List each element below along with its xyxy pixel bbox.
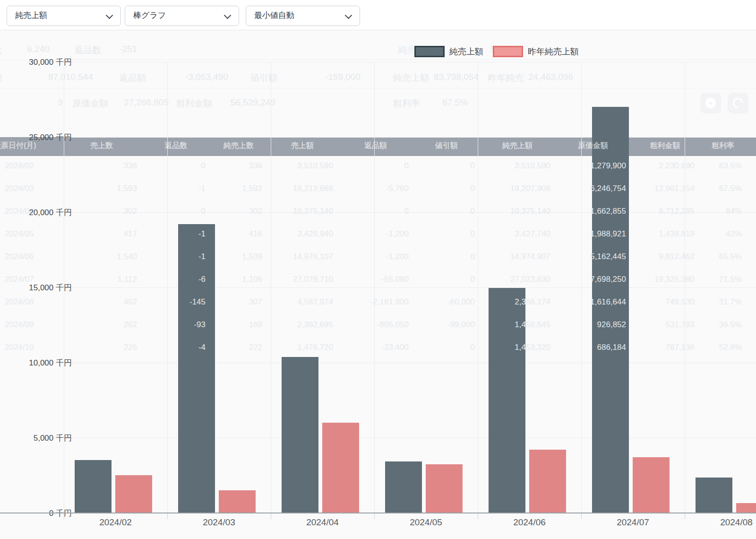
ghost-table-cell: 2024/10 xyxy=(5,343,34,352)
gridline-v xyxy=(581,62,582,513)
ghost-summary-text: 56,529,249 xyxy=(124,97,275,108)
bar-net-sales[interactable] xyxy=(178,224,215,513)
ghost-table-cell: 14,974,907 xyxy=(480,252,550,261)
ghost-table-cell: 14,976,107 xyxy=(267,252,333,261)
ghost-table-cell: 686,184 xyxy=(555,343,626,352)
chart-type-select[interactable]: 棒グラフ xyxy=(125,6,239,26)
ghost-summary-text: -3,053,490 xyxy=(77,72,228,82)
ghost-table-cell: 0 xyxy=(142,207,206,216)
x-axis-category-label: 2024/03 xyxy=(167,517,271,528)
ghost-table-cell: 2024/03 xyxy=(5,184,34,193)
bar-last-year-net-sales[interactable] xyxy=(219,490,256,513)
ghost-table-cell: 67.5% xyxy=(699,184,742,193)
ghost-table-cell: -55,080 xyxy=(338,275,409,284)
x-axis-category-label: 2024/05 xyxy=(374,517,478,528)
ghost-table-cell: 1,458,645 xyxy=(480,320,550,330)
x-axis-category-label: 2024/07 xyxy=(581,517,685,528)
bar-net-sales[interactable] xyxy=(282,357,318,513)
circle-down-icon xyxy=(705,98,716,108)
ghost-table-cell: 1,593 xyxy=(61,184,137,193)
ghost-table-cell: 19,213,668 xyxy=(267,184,333,193)
ghost-table-cell: 2024/02 xyxy=(5,161,34,171)
ghost-table-cell: 416 xyxy=(210,229,262,239)
gridline-v xyxy=(167,62,168,513)
ghost-table-cell: 169 xyxy=(210,320,262,330)
ghost-table-cell: 1,540 xyxy=(61,252,137,261)
ghost-table-cell: 1,616,644 xyxy=(555,297,626,307)
ghost-table-cell: 452 xyxy=(61,297,137,307)
ghost-summary-text: -251 xyxy=(0,44,137,54)
ghost-table-header-cell: 返品数 xyxy=(142,141,210,151)
ghost-table-cell: 19,325,380 xyxy=(631,275,695,284)
x-axis-category-label: 2024/02 xyxy=(64,517,167,528)
bar-last-year-net-sales[interactable] xyxy=(633,457,670,513)
ghost-table-cell: 31.7% xyxy=(699,297,742,307)
ghost-table-cell: 1,112 xyxy=(61,275,137,284)
ghost-table-cell: 27,078,710 xyxy=(267,275,333,284)
ghost-table-cell: -6 xyxy=(142,275,206,284)
ghost-table-cell: 10,375,140 xyxy=(480,207,550,216)
refresh-button[interactable] xyxy=(728,93,748,113)
ghost-table-cell: -145 xyxy=(142,297,206,307)
y-axis-tick-label: 25,000 千円 xyxy=(0,132,72,143)
ghost-table-cell: 0 xyxy=(338,161,409,171)
ghost-table-cell: 222 xyxy=(210,343,262,352)
ghost-table-cell: 1,592 xyxy=(210,184,262,193)
bar-last-year-net-sales[interactable] xyxy=(115,475,152,513)
ghost-table-cell: 2024/08 xyxy=(5,297,34,307)
ghost-table-cell: 302 xyxy=(61,207,137,216)
ghost-table-cell: 767,136 xyxy=(631,343,695,352)
ghost-table-cell: -4 xyxy=(142,343,206,352)
ghost-table-cell: 336 xyxy=(61,161,137,171)
bar-net-sales[interactable] xyxy=(696,478,732,513)
ghost-table-cell: 0 xyxy=(413,161,475,171)
ghost-table-header-cell: 純売上数 xyxy=(210,141,267,151)
legend-item-net-sales[interactable]: 純売上額 xyxy=(414,46,483,57)
ghost-table-cell: 926,852 xyxy=(555,320,626,330)
bar-last-year-net-sales[interactable] xyxy=(736,503,756,513)
ghost-table-cell: 65.5% xyxy=(699,252,742,261)
ghost-table-cell: 2,366,174 xyxy=(480,297,550,307)
download-button[interactable] xyxy=(700,93,721,113)
ghost-table-cell: -60,000 xyxy=(413,297,475,307)
x-axis-category-label: 2024/06 xyxy=(478,517,581,528)
min-value-select-value: 最小値自動 xyxy=(254,6,294,25)
bar-net-sales[interactable] xyxy=(75,460,112,513)
ghost-table-cell: 1,988,921 xyxy=(555,229,626,239)
ghost-table-cell: 0 xyxy=(338,207,409,216)
bar-last-year-net-sales[interactable] xyxy=(426,464,463,513)
ghost-summary-text: 24,463,096 xyxy=(422,72,573,82)
ghost-table-cell: -1 xyxy=(142,229,206,239)
ghost-table-cell: 262 xyxy=(61,320,137,330)
ghost-table-header-cell: 純売上額 xyxy=(480,141,555,151)
ghost-table-cell: 0 xyxy=(413,275,475,284)
ghost-table-cell: 0 xyxy=(142,161,206,171)
ghost-table-cell: 7,698,250 xyxy=(555,275,626,284)
ghost-table-cell: 0 xyxy=(413,184,475,193)
ghost-table-cell: 226 xyxy=(61,343,137,352)
ghost-table-cell: 1,662,855 xyxy=(555,207,626,216)
ghost-table-cell: 1,279,900 xyxy=(555,161,626,171)
ghost-table-cell: -93 xyxy=(142,320,206,330)
ghost-table-cell: 302 xyxy=(210,207,262,216)
ghost-table-cell: 52.8% xyxy=(699,343,742,352)
ghost-table-cell: 417 xyxy=(61,229,137,239)
ghost-table-cell: -5,760 xyxy=(338,184,409,193)
ghost-table-cell: 12,961,154 xyxy=(631,184,695,193)
ghost-table-cell: 1,476,720 xyxy=(267,343,333,352)
bar-last-year-net-sales[interactable] xyxy=(322,423,359,513)
metric-select[interactable]: 純売上額 xyxy=(7,6,121,26)
legend-label: 純売上額 xyxy=(449,46,483,57)
bar-last-year-net-sales[interactable] xyxy=(529,450,566,513)
ghost-table-header-cell: 粗利金額 xyxy=(631,141,699,151)
ghost-table-header-cell: 値引額 xyxy=(413,141,480,151)
ghost-table-header-cell: 売上数 xyxy=(61,141,142,151)
legend-item-last-year-net-sales[interactable]: 昨年純売上額 xyxy=(493,46,579,57)
legend-swatch-last-year-net-sales xyxy=(493,46,523,57)
ghost-table-cell: 2024/05 xyxy=(5,229,34,239)
ghost-table-cell: 6,246,754 xyxy=(555,184,626,193)
bar-net-sales[interactable] xyxy=(385,461,422,513)
ghost-table-cell: 84% xyxy=(699,207,742,216)
ghost-table-cell: -1 xyxy=(142,184,206,193)
min-value-select[interactable]: 最小値自動 xyxy=(246,6,360,26)
